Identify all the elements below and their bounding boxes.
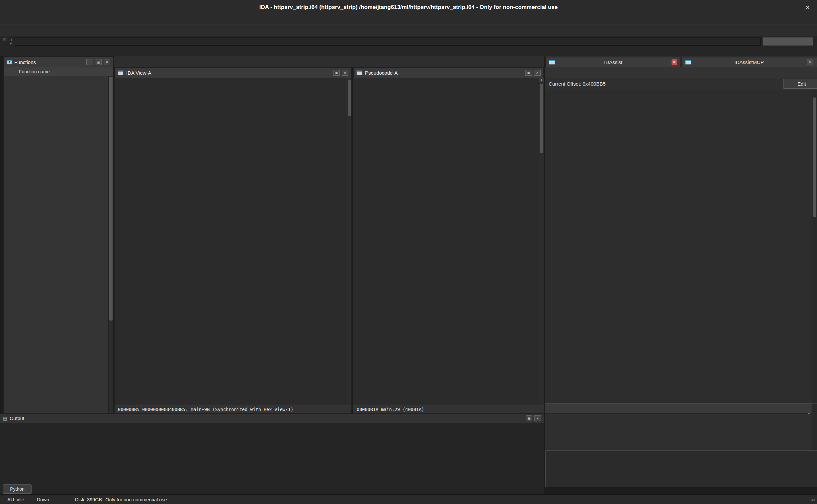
license-status: Only for non-commercial use — [105, 497, 167, 502]
scroll-up-icon[interactable]: ▲ — [539, 78, 544, 82]
idassist-chat-content — [545, 90, 812, 403]
output-icon: ▤ — [3, 416, 7, 421]
disassembly-listing[interactable] — [114, 78, 347, 405]
document-tab-bar — [114, 56, 544, 67]
functions-scrollbar[interactable] — [108, 76, 113, 414]
disk-free-status: Disk: 399GB — [75, 497, 102, 502]
toolbar — [0, 25, 817, 36]
output-dock: ▤ Output ▣ ✕ Python — [0, 413, 544, 495]
navigation-band[interactable] — [15, 37, 761, 46]
pseudocode-icon — [356, 70, 362, 75]
ida-view-a-title: IDA View-A ▣ ✕ — [114, 67, 351, 78]
close-icon[interactable]: ✕ — [807, 59, 813, 65]
idassist-tab-label: IDAssist — [558, 59, 669, 65]
idassist-scrollbar[interactable] — [812, 90, 817, 403]
idassist-buttons-row — [545, 482, 817, 492]
resize-grip[interactable]: ⣠⣴ — [811, 498, 816, 503]
tab-idassist[interactable]: IDAssist ✕ — [545, 57, 681, 67]
title-bar: IDA - httpsrv_strip.i64 (httpsrv_strip) … — [0, 0, 817, 15]
idassist-tab-icon — [549, 60, 555, 65]
idassistmcp-tab-label: IDAssistMCP — [694, 59, 804, 65]
restore-icon[interactable]: ▣ — [333, 70, 340, 76]
ida-view-a-title-text: IDA View-A — [126, 70, 151, 76]
chat-table-scrollbar[interactable] — [812, 403, 817, 451]
disassembly-status-line: 00000BB5 0000000000400BB5: main+9B (Sync… — [114, 405, 351, 414]
restore-icon[interactable]: ▣ — [525, 70, 532, 76]
current-offset-label: Current Offset: 0x400BB5 — [549, 81, 605, 87]
navband-end-box — [763, 37, 813, 46]
ida-view-a-window: IDA View-A ▣ ✕ 00000BB5 0000000000400BB5… — [114, 67, 352, 414]
functions-panel-title: f Functions ▣ ✕ — [4, 57, 113, 67]
ida-view-icon — [117, 70, 123, 75]
lumina-status: Down — [37, 497, 49, 502]
close-icon[interactable]: ✕ — [534, 70, 541, 76]
idassist-tab-bar: IDAssist ✕ IDAssistMCP ✕ — [545, 56, 817, 67]
pseudocode-listing[interactable] — [353, 78, 539, 405]
functions-icon: f — [7, 60, 12, 64]
ida-application-window: IDA - httpsrv_strip.i64 (httpsrv_strip) … — [0, 0, 817, 504]
close-icon[interactable]: ✕ — [104, 59, 110, 65]
idassistmcp-tab-icon — [685, 60, 691, 65]
functions-column-header[interactable]: Function name — [4, 67, 113, 76]
output-title-text: Output — [10, 416, 24, 421]
navband-drag-handle[interactable]: ⣿⣿ — [3, 38, 7, 45]
close-icon[interactable]: ✕ — [672, 59, 677, 65]
navband-arrows[interactable]: ◂▸ — [7, 38, 15, 45]
chat-table-header[interactable]: ▴ — [545, 403, 817, 414]
minimize-icon[interactable] — [86, 59, 93, 65]
output-log[interactable] — [0, 423, 544, 483]
window-title: IDA - httpsrv_strip.i64 (httpsrv_strip) … — [260, 4, 558, 11]
sort-icon[interactable]: ▴ — [808, 411, 810, 415]
menu-bar — [0, 15, 817, 25]
pseudocode-status-line: 00000B1A main:29 (400B1A) — [353, 405, 544, 414]
color-legend — [0, 47, 817, 56]
status-bar: AU: idle Down Disk: 399GB Only for non-c… — [0, 494, 817, 504]
edit-button[interactable]: Edit — [783, 79, 817, 89]
navigation-band-row: ⣿⣿ ◂▸ — [0, 36, 817, 47]
pseudocode-scrollbar[interactable]: ▲ — [539, 78, 544, 405]
chat-history-table: ▴ — [545, 403, 817, 451]
functions-panel-title-text: Functions — [14, 59, 36, 65]
disassembly-scrollbar[interactable] — [347, 78, 351, 405]
restore-icon[interactable]: ▣ — [526, 415, 532, 421]
pseudocode-a-window: Pseudocode-A ▣ ✕ ▲ 00000B1A main:29 (400… — [353, 67, 544, 414]
pseudocode-a-title: Pseudocode-A ▣ ✕ — [353, 67, 544, 78]
python-button[interactable]: Python — [3, 484, 32, 494]
idassist-offset-row: Current Offset: 0x400BB5 Edit — [545, 78, 817, 90]
restore-icon[interactable]: ▣ — [95, 59, 102, 65]
idassist-chat-panel — [545, 90, 817, 403]
auto-analysis-status: AU: idle — [7, 497, 24, 502]
close-icon[interactable]: ✕ — [342, 70, 348, 76]
close-icon: ✕ — [534, 415, 541, 421]
functions-panel: f Functions ▣ ✕ Function name — [3, 56, 113, 414]
pseudocode-a-title-text: Pseudocode-A — [365, 70, 398, 76]
output-title-bar: ▤ Output ▣ ✕ — [0, 414, 544, 423]
tab-idassistmcp[interactable]: IDAssistMCP ✕ — [682, 57, 817, 67]
close-icon[interactable]: ✕ — [804, 3, 812, 11]
idassist-subtabs — [545, 67, 817, 78]
functions-list — [4, 76, 109, 414]
